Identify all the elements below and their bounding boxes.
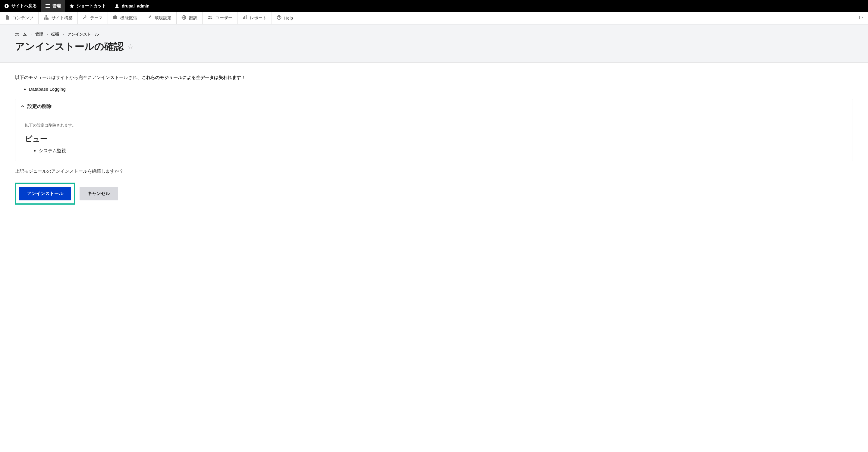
user-icon — [115, 4, 119, 8]
back-to-site-label: サイトへ戻る — [11, 3, 37, 9]
chart-icon — [242, 15, 247, 21]
intro-suffix: ！ — [241, 75, 246, 80]
user-menu[interactable]: drupal_admin — [110, 0, 154, 12]
intro-text: 以下のモジュールはサイトから完全にアンインストールされ、これらのモジュールによる… — [15, 75, 853, 80]
breadcrumb-admin[interactable]: 管理 — [35, 32, 43, 37]
breadcrumb-extend[interactable]: 拡張 — [51, 32, 59, 37]
collapse-icon — [859, 15, 864, 21]
menu-content[interactable]: コンテンツ — [0, 12, 38, 24]
star-icon — [69, 4, 74, 8]
main-content: 以下のモジュールはサイトから完全にアンインストールされ、これらのモジュールによる… — [0, 63, 868, 217]
chevron-right-icon: › — [63, 33, 64, 36]
details-body: 以下の設定は削除されます。 ビュー システム監視 — [16, 114, 852, 161]
chevron-right-icon: › — [47, 33, 48, 36]
admin-menu: コンテンツ サイト構築 テーマ 機能拡張 環境設定 翻訳 ユーザー — [0, 12, 868, 24]
details-summary-label: 設定の削除 — [27, 103, 52, 110]
svg-rect-12 — [246, 15, 247, 19]
chevron-right-icon: › — [30, 33, 32, 36]
menu-people-label: ユーザー — [216, 15, 232, 21]
menu-people[interactable]: ユーザー — [203, 12, 238, 24]
intro-prefix: 以下のモジュールはサイトから完全にアンインストールされ、 — [15, 75, 142, 80]
shortcuts-label: ショートカット — [76, 3, 106, 9]
header-region: ホーム › 管理 › 拡張 › アンインストール アンインストールの確認 ☆ — [0, 24, 868, 63]
back-arrow-icon — [4, 4, 9, 8]
structure-icon — [43, 15, 49, 21]
intro-bold: これらのモジュールによる全データは失われます — [142, 75, 241, 80]
page-title-wrap: アンインストールの確認 ☆ — [15, 40, 853, 53]
manage-label: 管理 — [53, 3, 61, 9]
breadcrumb-home[interactable]: ホーム — [15, 32, 27, 37]
people-icon — [207, 15, 213, 21]
menu-collapse[interactable] — [855, 12, 868, 24]
menu-reports[interactable]: レポート — [238, 12, 272, 24]
menu-help[interactable]: Help — [272, 12, 298, 24]
shortcut-star-icon[interactable]: ☆ — [127, 42, 134, 51]
confirm-text: 上記モジュールのアンインストールを継続しますか？ — [15, 168, 853, 174]
globe-icon — [181, 15, 186, 21]
menu-spacer — [298, 12, 855, 24]
menu-extend-label: 機能拡張 — [120, 15, 137, 21]
chevron-up-icon — [21, 104, 24, 109]
manage-toggle[interactable]: 管理 — [41, 0, 65, 12]
shortcuts-toggle[interactable]: ショートカット — [65, 0, 110, 12]
file-icon — [5, 15, 10, 21]
svg-point-14 — [279, 19, 279, 19]
puzzle-icon — [113, 15, 118, 21]
svg-point-0 — [4, 4, 9, 8]
menu-translate[interactable]: 翻訳 — [177, 12, 203, 24]
svg-rect-10 — [243, 18, 244, 19]
svg-rect-5 — [47, 19, 49, 20]
menu-extend[interactable]: 機能拡張 — [108, 12, 142, 24]
details-summary[interactable]: 設定の削除 — [16, 99, 852, 114]
module-item: Database Logging — [29, 87, 853, 92]
breadcrumb-uninstall[interactable]: アンインストール — [67, 32, 99, 37]
svg-rect-4 — [45, 19, 47, 20]
user-label: drupal_admin — [122, 4, 150, 8]
menu-translate-label: 翻訳 — [189, 15, 197, 21]
details-note: 以下の設定は削除されます。 — [25, 123, 843, 128]
page-title: アンインストールの確認 — [15, 40, 124, 53]
uninstall-button[interactable]: アンインストール — [19, 187, 71, 200]
svg-rect-2 — [45, 15, 47, 17]
menu-structure[interactable]: サイト構築 — [38, 12, 78, 24]
details-heading: ビュー — [25, 134, 843, 144]
svg-rect-11 — [244, 16, 245, 19]
details-list-item: システム監視 — [39, 148, 843, 154]
cancel-button[interactable]: キャンセル — [80, 187, 118, 200]
action-buttons: アンインストール キャンセル — [15, 183, 853, 204]
tool-icon — [147, 15, 152, 21]
breadcrumb: ホーム › 管理 › 拡張 › アンインストール — [15, 32, 853, 37]
menu-help-label: Help — [284, 16, 293, 21]
menu-content-label: コンテンツ — [12, 15, 33, 21]
module-list: Database Logging — [29, 87, 853, 92]
hamburger-icon — [45, 4, 50, 8]
wrench-icon — [83, 15, 87, 21]
menu-appearance[interactable]: テーマ — [78, 12, 108, 24]
back-to-site[interactable]: サイトへ戻る — [0, 0, 41, 12]
svg-point-1 — [116, 4, 118, 6]
details-list: システム監視 — [39, 148, 843, 154]
menu-config[interactable]: 環境設定 — [142, 12, 177, 24]
menu-appearance-label: テーマ — [90, 15, 103, 21]
menu-config-label: 環境設定 — [155, 15, 172, 21]
svg-point-9 — [210, 16, 212, 18]
svg-rect-15 — [859, 16, 860, 19]
config-deletion-details: 設定の削除 以下の設定は削除されます。 ビュー システム監視 — [15, 99, 853, 161]
top-toolbar: サイトへ戻る 管理 ショートカット drupal_admin — [0, 0, 868, 12]
menu-structure-label: サイト構築 — [52, 15, 73, 21]
svg-rect-3 — [44, 19, 45, 20]
menu-reports-label: レポート — [250, 15, 267, 21]
highlight-box: アンインストール — [15, 183, 75, 204]
svg-point-8 — [209, 16, 210, 18]
help-icon — [277, 15, 281, 21]
